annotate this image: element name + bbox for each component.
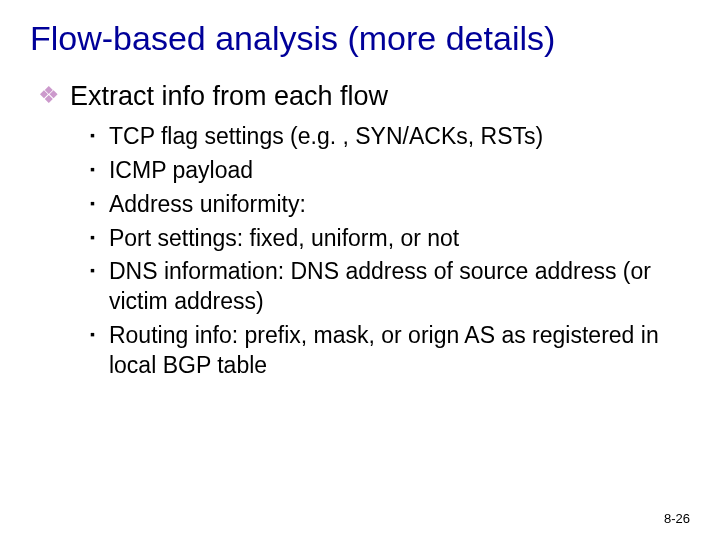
level2-text: Routing info: prefix, mask, or orign AS … — [109, 321, 690, 381]
level2-text: TCP flag settings (e.g. , SYN/ACKs, RSTs… — [109, 122, 543, 152]
level2-text: DNS information: DNS address of source a… — [109, 257, 690, 317]
page-number: 8-26 — [664, 511, 690, 526]
slide-title: Flow-based analysis (more details) — [30, 18, 690, 59]
list-item: ▪ Routing info: prefix, mask, or orign A… — [90, 321, 690, 381]
list-item: ▪ Port settings: fixed, uniform, or not — [90, 224, 690, 254]
level1-text: Extract info from each flow — [70, 79, 388, 114]
square-bullet-icon: ▪ — [90, 122, 95, 149]
square-bullet-icon: ▪ — [90, 190, 95, 217]
level2-text: Port settings: fixed, uniform, or not — [109, 224, 459, 254]
list-item: ▪ ICMP payload — [90, 156, 690, 186]
bullet-level2-list: ▪ TCP flag settings (e.g. , SYN/ACKs, RS… — [90, 122, 690, 381]
diamond-bullet-icon: ❖ — [38, 79, 60, 110]
level2-text: Address uniformity: — [109, 190, 306, 220]
slide-container: Flow-based analysis (more details) ❖ Ext… — [0, 0, 720, 540]
list-item: ▪ DNS information: DNS address of source… — [90, 257, 690, 317]
square-bullet-icon: ▪ — [90, 257, 95, 284]
list-item: ▪ TCP flag settings (e.g. , SYN/ACKs, RS… — [90, 122, 690, 152]
bullet-level1: ❖ Extract info from each flow — [38, 79, 690, 114]
square-bullet-icon: ▪ — [90, 156, 95, 183]
list-item: ▪ Address uniformity: — [90, 190, 690, 220]
square-bullet-icon: ▪ — [90, 224, 95, 251]
square-bullet-icon: ▪ — [90, 321, 95, 348]
level2-text: ICMP payload — [109, 156, 253, 186]
